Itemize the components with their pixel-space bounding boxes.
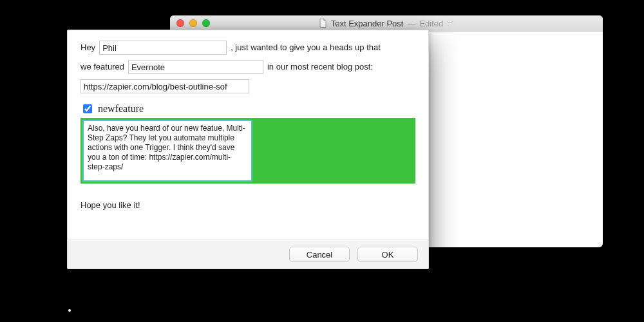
featured-prefix: we featured: [80, 60, 124, 74]
close-icon[interactable]: [176, 19, 184, 27]
document-icon: [319, 19, 327, 28]
company-field[interactable]: [128, 60, 263, 74]
feature-name: newfeature: [98, 103, 144, 115]
greeting-row: Hey , just wanted to give you a heads up…: [80, 41, 415, 55]
artifact-dot: [68, 309, 71, 312]
url-row: [80, 79, 415, 93]
feature-toggle-row: newfeature: [80, 102, 415, 115]
feature-textarea[interactable]: [82, 120, 252, 182]
newfeature-checkbox[interactable]: [83, 104, 92, 113]
closing-text: Hope you like it!: [80, 200, 415, 210]
name-field[interactable]: [99, 41, 227, 55]
window-controls: [170, 19, 210, 27]
url-field[interactable]: [80, 79, 249, 93]
zoom-icon[interactable]: [202, 19, 210, 27]
dialog-body: Hey , just wanted to give you a heads up…: [68, 30, 428, 240]
title-separator: —: [407, 19, 415, 28]
fillin-dialog: Hey , just wanted to give you a heads up…: [67, 30, 429, 269]
greeting-suffix: , just wanted to give you a heads up tha…: [231, 41, 381, 55]
greeting-prefix: Hey: [80, 41, 95, 55]
document-status: Edited: [419, 19, 443, 28]
minimize-icon[interactable]: [189, 19, 197, 27]
ok-button[interactable]: OK: [357, 247, 418, 262]
document-name: Text Expander Post: [331, 19, 404, 28]
featured-row: we featured in our most recent blog post…: [80, 60, 415, 74]
dialog-button-bar: Cancel OK: [68, 240, 428, 269]
chevron-down-icon[interactable]: ﹀: [447, 19, 453, 28]
window-title: Text Expander Post — Edited ﹀: [170, 19, 603, 28]
feature-highlight: [80, 118, 415, 184]
featured-suffix: in our most recent blog post:: [267, 60, 373, 74]
cancel-button[interactable]: Cancel: [289, 247, 350, 262]
